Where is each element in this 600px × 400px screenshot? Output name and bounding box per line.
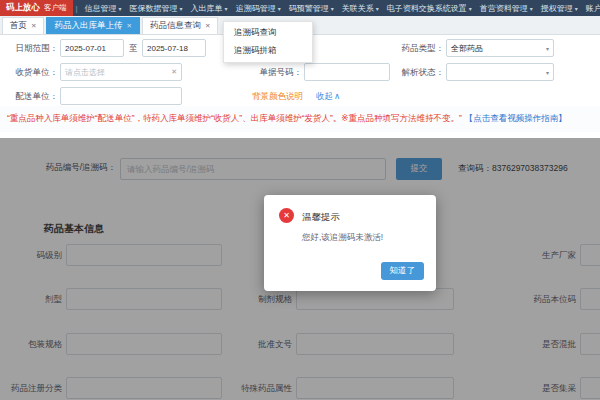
nav-item-label: 码预警管理 <box>289 3 329 14</box>
caret-down-icon: ▾ <box>546 69 549 76</box>
nav-item-label: 授权管理 <box>541 3 573 14</box>
nav-item-code-alert-management[interactable]: 码预警管理 ▾ <box>285 0 338 16</box>
doc-no-input[interactable] <box>304 63 390 81</box>
drug-type-value: 全部药品 <box>451 43 483 54</box>
caret-down-icon: ▾ <box>376 5 379 12</box>
brand-logo: 码上放心 客户端 <box>0 0 73 16</box>
nav-item-label: 医保数据管理 <box>130 3 178 14</box>
tab-label: 药品信息查询 <box>150 20 201 32</box>
date-range-label: 日期范围： <box>6 39 58 57</box>
drug-type-label: 药品类型： <box>392 39 444 57</box>
nav-item-inbound-outbound[interactable]: 入出库单 ▾ <box>187 0 232 16</box>
video-guide-link[interactable]: 【点击查看视频操作指南】 <box>465 113 567 125</box>
receiver-placeholder: 请点击选择 <box>65 67 105 78</box>
nav-item-label: 账户管理 <box>586 3 600 14</box>
error-icon: ✕ <box>279 208 294 223</box>
nav-item-relationships[interactable]: 关联关系 ▾ <box>338 0 383 16</box>
caret-down-icon: ▾ <box>278 5 281 12</box>
menu-item-trace-code-query[interactable]: 追溯码查询 <box>224 24 312 42</box>
caret-down-icon: ▾ <box>225 5 228 12</box>
parse-status-label: 解析状态： <box>392 63 444 81</box>
receiver-input[interactable]: 请点击选择 ✕ <box>60 63 182 81</box>
date-from-input[interactable] <box>60 39 124 57</box>
close-icon[interactable]: ✕ <box>205 22 210 30</box>
parse-status-select[interactable]: ▾ <box>446 63 554 81</box>
nav-item-authorization[interactable]: 授权管理 ▾ <box>537 0 582 16</box>
tab-label: 首页 <box>10 20 27 32</box>
nav-item-label: 信息管理 <box>85 3 117 14</box>
close-icon[interactable]: ✕ <box>126 22 131 30</box>
tab-drug-info-query[interactable]: 药品信息查询 ✕ <box>142 17 218 34</box>
receiver-label: 收货单位： <box>6 63 58 81</box>
delivery-input[interactable] <box>60 87 182 105</box>
close-icon[interactable]: ✕ <box>31 22 36 30</box>
caret-down-icon: ▾ <box>331 5 334 12</box>
nav-item-trace-code-management[interactable]: 追溯码管理 ▾ <box>232 0 285 16</box>
nav-item-label: 关联关系 <box>342 3 374 14</box>
collapse-label: 收起 <box>316 87 333 105</box>
collapse-toggle[interactable]: 收起 ∧ <box>316 87 340 105</box>
doc-no-label: 单据号码： <box>250 63 302 81</box>
nav-item-label: 追溯码管理 <box>236 3 276 14</box>
nav-separator: | <box>73 0 81 16</box>
caret-down-icon: ▾ <box>469 5 472 12</box>
dialog-message: 您好,该追溯码未激活! <box>302 232 383 244</box>
caret-down-icon: ▾ <box>530 5 533 12</box>
content-area: 药品编号/追溯码： 提交 查询码：8376297038373296 药品基本信息… <box>0 138 600 400</box>
trace-code-dropdown-menu: 追溯码查询 追溯码拼箱 <box>223 21 313 63</box>
nav-item-first-business-docs[interactable]: 首营资料管理 ▾ <box>476 0 537 16</box>
drug-type-select[interactable]: 全部药品 ▾ <box>446 39 554 57</box>
nav-item-edi-settings[interactable]: 电子资料交换系统设置 ▾ <box>383 0 476 16</box>
alert-dialog: ✕ 温馨提示 您好,该追溯码未激活! 知道了 <box>264 195 436 291</box>
brand-badge: 客户端 <box>44 3 67 13</box>
nav-item-info-management[interactable]: 信息管理 ▾ <box>81 0 126 16</box>
ok-button[interactable]: 知道了 <box>381 262 425 280</box>
clear-icon[interactable]: ✕ <box>171 68 177 76</box>
caret-down-icon: ▾ <box>119 5 122 12</box>
caret-down-icon: ▾ <box>575 5 578 12</box>
dialog-title: 温馨提示 <box>302 211 340 224</box>
app-window: 码上放心 客户端 | 信息管理 ▾ 医保数据管理 ▾ 入出库单 ▾ 追溯码管理 … <box>0 0 600 400</box>
tab-inout-upload[interactable]: 药品入出库单上传 ✕ <box>46 17 139 34</box>
tab-home[interactable]: 首页 ✕ <box>2 17 44 34</box>
chevron-up-icon: ∧ <box>334 87 340 105</box>
top-navbar: 码上放心 客户端 | 信息管理 ▾ 医保数据管理 ▾ 入出库单 ▾ 追溯码管理 … <box>0 0 600 16</box>
menu-item-trace-code-packing[interactable]: 追溯码拼箱 <box>224 42 312 60</box>
date-to-input[interactable] <box>142 39 206 57</box>
caret-down-icon: ▾ <box>546 45 549 52</box>
nav-item-label: 首营资料管理 <box>480 3 528 14</box>
nav-item-label: 入出库单 <box>191 3 223 14</box>
caret-down-icon: ▾ <box>180 5 183 12</box>
nav-item-medical-insurance-data[interactable]: 医保数据管理 ▾ <box>126 0 187 16</box>
notice-text: “重点品种入库单须维护“配送单位”，特药入库单须维护“收货人”、出库单须维护“发… <box>7 113 462 125</box>
delivery-label: 配送单位： <box>6 87 58 105</box>
nav-item-label: 电子资料交换系统设置 <box>387 3 467 14</box>
brand-name: 码上放心 <box>6 2 40 14</box>
bg-color-legend-link[interactable]: 背景颜色说明 <box>252 87 303 105</box>
tab-label: 药品入出库单上传 <box>54 20 122 32</box>
date-separator-label: 至 <box>126 39 140 57</box>
nav-item-account-management[interactable]: 账户管理 ▾ <box>582 0 600 16</box>
notice-bar: “重点品种入库单须维护“配送单位”，特药入库单须维护“收货人”、出库单须维护“发… <box>0 106 600 132</box>
